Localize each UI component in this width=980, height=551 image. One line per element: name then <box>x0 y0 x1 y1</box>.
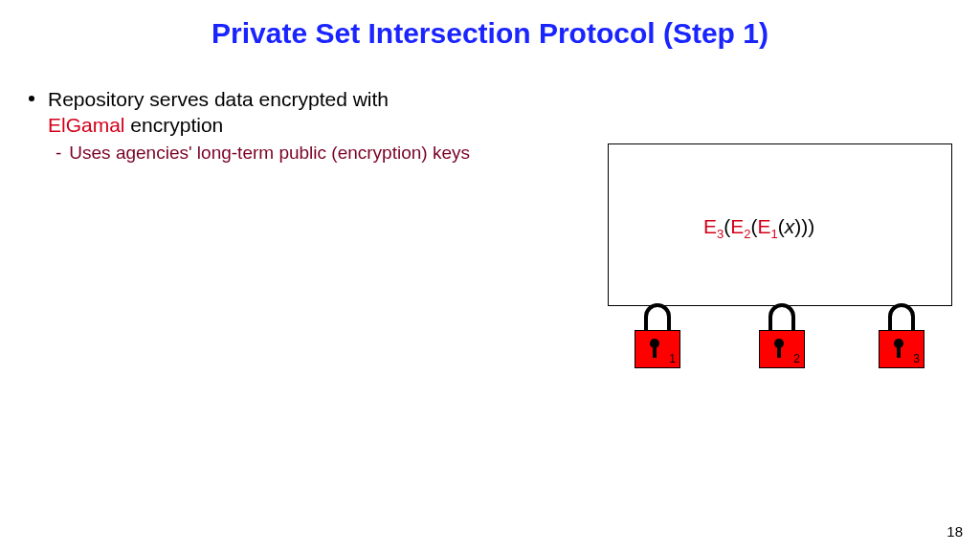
bullet-item: Repository serves data encrypted with El… <box>29 86 603 139</box>
lock-icon-1: 1 <box>635 303 680 368</box>
keyhole-icon <box>774 339 784 348</box>
lock-icon-2: 2 <box>759 303 805 368</box>
keyhole-icon <box>650 339 659 348</box>
rp: ))) <box>794 215 814 237</box>
lp2: ( <box>751 215 758 237</box>
lock-icon-3: 3 <box>879 303 924 368</box>
shackle-icon <box>888 303 915 330</box>
elgamal-word: ElGamal <box>48 114 125 136</box>
shackle-icon <box>768 303 795 330</box>
slide-title: Private Set Intersection Protocol (Step … <box>0 0 980 50</box>
lock-number: 3 <box>913 352 920 365</box>
dash-icon: - <box>56 143 61 164</box>
lp3: ( <box>778 215 785 237</box>
lock-number: 2 <box>793 352 800 365</box>
sub-text: Uses agencies' long-term public (encrypt… <box>69 143 470 164</box>
E1: E <box>758 215 771 237</box>
E3: E <box>703 215 717 237</box>
sub1: 1 <box>771 227 778 241</box>
lock-body: 3 <box>879 330 924 368</box>
keyhole-icon <box>894 339 903 348</box>
bullet-line1: Repository serves data encrypted with <box>48 88 389 110</box>
sub-bullet: - Uses agencies' long-term public (encry… <box>56 143 603 164</box>
lock-number: 1 <box>669 352 676 365</box>
sub2: 2 <box>744 227 750 241</box>
lock-body: 1 <box>635 330 680 368</box>
bullet-text: Repository serves data encrypted with El… <box>48 86 389 139</box>
var-x: x <box>785 215 795 237</box>
encryption-expression: E3(E2(E1(x))) <box>703 215 814 241</box>
shackle-icon <box>644 303 671 330</box>
content-block: Repository serves data encrypted with El… <box>29 86 603 164</box>
E2: E <box>730 215 744 237</box>
bullet-dot-icon <box>29 96 34 101</box>
lock-body: 2 <box>759 330 805 368</box>
page-number: 18 <box>947 523 963 540</box>
bullet-line2: encryption <box>125 114 224 136</box>
